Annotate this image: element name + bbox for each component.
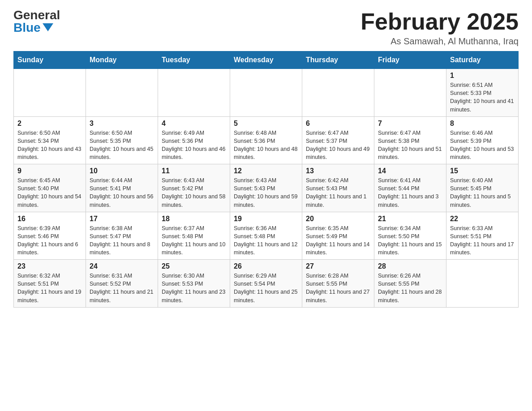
day-number: 1 — [450, 72, 515, 80]
day-info: Sunrise: 6:41 AM Sunset: 5:44 PM Dayligh… — [378, 176, 442, 209]
calendar-cell: 10Sunrise: 6:44 AM Sunset: 5:41 PM Dayli… — [86, 164, 158, 212]
calendar-cell: 3Sunrise: 6:50 AM Sunset: 5:35 PM Daylig… — [86, 116, 158, 164]
day-number: 2 — [17, 120, 82, 128]
day-number: 18 — [162, 215, 226, 223]
calendar-cell: 12Sunrise: 6:43 AM Sunset: 5:43 PM Dayli… — [230, 164, 302, 212]
day-info: Sunrise: 6:39 AM Sunset: 5:46 PM Dayligh… — [17, 224, 82, 257]
day-info: Sunrise: 6:30 AM Sunset: 5:53 PM Dayligh… — [162, 272, 226, 304]
day-info: Sunrise: 6:31 AM Sunset: 5:52 PM Dayligh… — [90, 272, 154, 304]
day-number: 5 — [234, 120, 298, 128]
day-number: 25 — [162, 262, 226, 270]
day-info: Sunrise: 6:29 AM Sunset: 5:54 PM Dayligh… — [234, 272, 298, 304]
day-number: 28 — [378, 262, 442, 270]
day-info: Sunrise: 6:38 AM Sunset: 5:47 PM Dayligh… — [90, 224, 154, 257]
day-number: 14 — [378, 167, 442, 175]
calendar-cell: 17Sunrise: 6:38 AM Sunset: 5:47 PM Dayli… — [86, 212, 158, 260]
day-number: 15 — [450, 167, 515, 175]
calendar-cell: 6Sunrise: 6:47 AM Sunset: 5:37 PM Daylig… — [302, 116, 374, 164]
calendar-cell: 20Sunrise: 6:35 AM Sunset: 5:49 PM Dayli… — [302, 212, 374, 260]
calendar-cell: 27Sunrise: 6:28 AM Sunset: 5:55 PM Dayli… — [302, 260, 374, 308]
weekday-header-sunday: Sunday — [14, 51, 86, 69]
day-info: Sunrise: 6:49 AM Sunset: 5:36 PM Dayligh… — [162, 129, 226, 162]
calendar-cell: 8Sunrise: 6:46 AM Sunset: 5:39 PM Daylig… — [446, 116, 519, 164]
day-info: Sunrise: 6:40 AM Sunset: 5:45 PM Dayligh… — [450, 176, 515, 209]
calendar-cell — [230, 69, 302, 117]
calendar-cell: 19Sunrise: 6:36 AM Sunset: 5:48 PM Dayli… — [230, 212, 302, 260]
weekday-header-saturday: Saturday — [446, 51, 519, 69]
weekday-header-thursday: Thursday — [302, 51, 374, 69]
day-number: 24 — [90, 262, 154, 270]
day-number: 12 — [234, 167, 298, 175]
location-subtitle: As Samawah, Al Muthanna, Iraq — [360, 36, 519, 47]
day-info: Sunrise: 6:47 AM Sunset: 5:38 PM Dayligh… — [378, 129, 442, 162]
month-title: February 2025 — [360, 9, 519, 34]
weekday-header-tuesday: Tuesday — [158, 51, 230, 69]
day-number: 23 — [17, 262, 82, 270]
day-info: Sunrise: 6:43 AM Sunset: 5:42 PM Dayligh… — [162, 176, 226, 209]
day-info: Sunrise: 6:50 AM Sunset: 5:34 PM Dayligh… — [17, 129, 82, 162]
logo: General Blue — [13, 9, 60, 34]
day-info: Sunrise: 6:45 AM Sunset: 5:40 PM Dayligh… — [17, 176, 82, 209]
calendar-cell — [86, 69, 158, 117]
day-info: Sunrise: 6:48 AM Sunset: 5:36 PM Dayligh… — [234, 129, 298, 162]
logo-blue-text: Blue — [13, 21, 53, 34]
day-info: Sunrise: 6:34 AM Sunset: 5:50 PM Dayligh… — [378, 224, 442, 257]
calendar-week-row: 1Sunrise: 6:51 AM Sunset: 5:33 PM Daylig… — [14, 69, 519, 117]
day-number: 10 — [90, 167, 154, 175]
calendar-cell: 26Sunrise: 6:29 AM Sunset: 5:54 PM Dayli… — [230, 260, 302, 308]
day-info: Sunrise: 6:42 AM Sunset: 5:43 PM Dayligh… — [306, 176, 370, 209]
day-info: Sunrise: 6:46 AM Sunset: 5:39 PM Dayligh… — [450, 129, 515, 162]
day-number: 22 — [450, 215, 515, 223]
calendar-cell — [158, 69, 230, 117]
page-header: General Blue February 2025 As Samawah, A… — [13, 9, 519, 47]
title-section: February 2025 As Samawah, Al Muthanna, I… — [360, 9, 519, 47]
calendar-cell: 24Sunrise: 6:31 AM Sunset: 5:52 PM Dayli… — [86, 260, 158, 308]
calendar-cell: 9Sunrise: 6:45 AM Sunset: 5:40 PM Daylig… — [14, 164, 86, 212]
day-info: Sunrise: 6:37 AM Sunset: 5:48 PM Dayligh… — [162, 224, 226, 257]
day-number: 7 — [378, 120, 442, 128]
calendar-cell: 23Sunrise: 6:32 AM Sunset: 5:51 PM Dayli… — [14, 260, 86, 308]
day-info: Sunrise: 6:33 AM Sunset: 5:51 PM Dayligh… — [450, 224, 515, 257]
calendar-week-row: 2Sunrise: 6:50 AM Sunset: 5:34 PM Daylig… — [14, 116, 519, 164]
calendar-cell — [374, 69, 446, 117]
day-number: 11 — [162, 167, 226, 175]
day-number: 9 — [17, 167, 82, 175]
day-number: 26 — [234, 262, 298, 270]
day-number: 19 — [234, 215, 298, 223]
calendar-week-row: 23Sunrise: 6:32 AM Sunset: 5:51 PM Dayli… — [14, 260, 519, 308]
day-info: Sunrise: 6:44 AM Sunset: 5:41 PM Dayligh… — [90, 176, 154, 209]
calendar-cell: 15Sunrise: 6:40 AM Sunset: 5:45 PM Dayli… — [446, 164, 519, 212]
day-number: 13 — [306, 167, 370, 175]
calendar-cell: 22Sunrise: 6:33 AM Sunset: 5:51 PM Dayli… — [446, 212, 519, 260]
calendar-cell — [302, 69, 374, 117]
logo-general-text: General — [13, 9, 60, 21]
day-number: 20 — [306, 215, 370, 223]
day-info: Sunrise: 6:43 AM Sunset: 5:43 PM Dayligh… — [234, 176, 298, 209]
calendar-table: SundayMondayTuesdayWednesdayThursdayFrid… — [13, 51, 519, 308]
day-info: Sunrise: 6:36 AM Sunset: 5:48 PM Dayligh… — [234, 224, 298, 257]
calendar-cell: 28Sunrise: 6:26 AM Sunset: 5:55 PM Dayli… — [374, 260, 446, 308]
calendar-cell: 4Sunrise: 6:49 AM Sunset: 5:36 PM Daylig… — [158, 116, 230, 164]
calendar-cell: 16Sunrise: 6:39 AM Sunset: 5:46 PM Dayli… — [14, 212, 86, 260]
calendar-cell: 13Sunrise: 6:42 AM Sunset: 5:43 PM Dayli… — [302, 164, 374, 212]
day-number: 17 — [90, 215, 154, 223]
day-info: Sunrise: 6:26 AM Sunset: 5:55 PM Dayligh… — [378, 272, 442, 304]
logo-triangle-icon — [43, 23, 53, 31]
day-info: Sunrise: 6:28 AM Sunset: 5:55 PM Dayligh… — [306, 272, 370, 304]
day-info: Sunrise: 6:35 AM Sunset: 5:49 PM Dayligh… — [306, 224, 370, 257]
calendar-cell: 25Sunrise: 6:30 AM Sunset: 5:53 PM Dayli… — [158, 260, 230, 308]
calendar-cell: 7Sunrise: 6:47 AM Sunset: 5:38 PM Daylig… — [374, 116, 446, 164]
calendar-cell: 14Sunrise: 6:41 AM Sunset: 5:44 PM Dayli… — [374, 164, 446, 212]
day-info: Sunrise: 6:51 AM Sunset: 5:33 PM Dayligh… — [450, 81, 515, 114]
calendar-week-row: 9Sunrise: 6:45 AM Sunset: 5:40 PM Daylig… — [14, 164, 519, 212]
calendar-cell: 21Sunrise: 6:34 AM Sunset: 5:50 PM Dayli… — [374, 212, 446, 260]
calendar-cell: 5Sunrise: 6:48 AM Sunset: 5:36 PM Daylig… — [230, 116, 302, 164]
calendar-cell: 18Sunrise: 6:37 AM Sunset: 5:48 PM Dayli… — [158, 212, 230, 260]
day-number: 27 — [306, 262, 370, 270]
calendar-cell: 11Sunrise: 6:43 AM Sunset: 5:42 PM Dayli… — [158, 164, 230, 212]
calendar-cell: 2Sunrise: 6:50 AM Sunset: 5:34 PM Daylig… — [14, 116, 86, 164]
day-info: Sunrise: 6:32 AM Sunset: 5:51 PM Dayligh… — [17, 272, 82, 304]
weekday-header-monday: Monday — [86, 51, 158, 69]
calendar-week-row: 16Sunrise: 6:39 AM Sunset: 5:46 PM Dayli… — [14, 212, 519, 260]
day-number: 21 — [378, 215, 442, 223]
